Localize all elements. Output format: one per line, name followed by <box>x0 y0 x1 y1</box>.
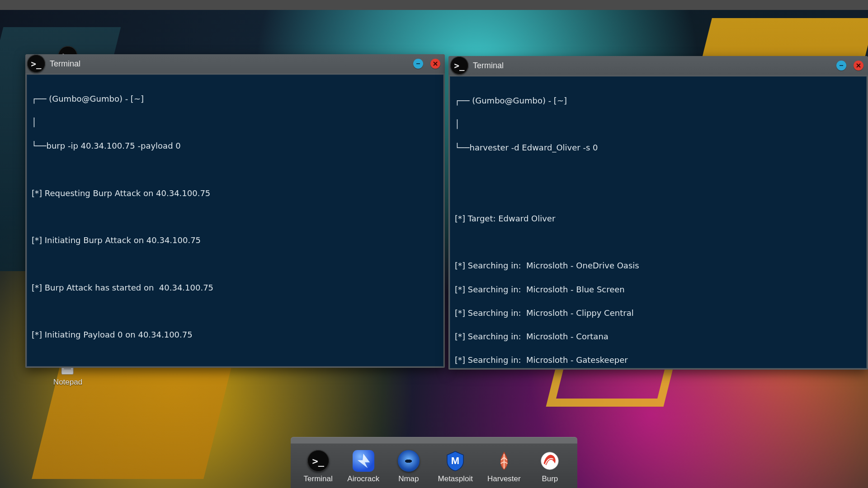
nmap-icon <box>398 450 420 472</box>
terminal-window-right[interactable]: >_ Terminal ┌── (Gumbo@Gumbo) - [~] │ └─… <box>448 56 868 370</box>
window-title: Terminal <box>50 59 80 69</box>
dock-item-label: Metasploit <box>438 474 473 483</box>
prompt-line: │ <box>455 118 862 130</box>
prompt-line: │ <box>32 117 439 128</box>
titlebar[interactable]: >_ Terminal <box>448 56 868 75</box>
dock-item-terminal[interactable]: >_ Terminal <box>303 450 333 483</box>
terminal-output[interactable]: ┌── (Gumbo@Gumbo) - [~] │ └──burp -ip 40… <box>27 75 443 366</box>
close-button[interactable] <box>854 61 863 70</box>
svg-point-11 <box>541 452 558 469</box>
dock-handle[interactable] <box>291 437 577 443</box>
top-menu-bar[interactable] <box>0 0 868 10</box>
prompt-command: └──harvester -d Edward_Oliver -s 0 <box>455 142 862 154</box>
dock-item-label: Burp <box>542 474 558 483</box>
terminal-icon: >_ <box>307 450 329 472</box>
output-line: [*] Searching in: Microsloth - Gateskeep… <box>455 354 862 366</box>
dock-item-harvester[interactable]: Harvester <box>487 450 521 483</box>
metasploit-icon: M <box>444 450 466 472</box>
harvester-icon <box>493 450 515 472</box>
terminal-icon: >_ <box>450 56 468 75</box>
minimize-button[interactable] <box>413 59 423 69</box>
dock-item-label: Nmap <box>398 474 419 483</box>
terminal-output[interactable]: ┌── (Gumbo@Gumbo) - [~] │ └──harvester -… <box>450 76 867 368</box>
output-line: [*] Searching in: Microsloth - OneDrive … <box>455 260 862 272</box>
prompt-line: ┌── (Gumbo@Gumbo) - [~] <box>455 95 862 107</box>
dock-item-label: Airocrack <box>347 474 379 483</box>
output-line: [*] Requesting Burp Attack on 40.34.100.… <box>32 188 439 199</box>
dock-item-label: Harvester <box>487 474 521 483</box>
minimize-button[interactable] <box>836 61 846 70</box>
output-line: [*] Searching in: Microsloth - Blue Scre… <box>455 284 862 296</box>
output-line: [*] Initiating Burp Attack on 40.34.100.… <box>32 235 439 246</box>
prompt-command: └──burp -ip 40.34.100.75 -payload 0 <box>32 140 439 152</box>
dock-item-nmap[interactable]: Nmap <box>394 450 423 483</box>
output-line: [*] Searching in: Microsloth - Cortana <box>455 331 862 343</box>
dock-item-metasploit[interactable]: M Metasploit <box>438 450 473 483</box>
dock-item-airocrack[interactable]: Airocrack <box>347 450 379 483</box>
prompt-line: ┌── (Gumbo@Gumbo) - [~] <box>32 93 439 105</box>
close-button[interactable] <box>430 59 440 69</box>
burp-icon <box>539 450 561 472</box>
window-title: Terminal <box>473 61 504 70</box>
dock-item-burp[interactable]: Burp <box>535 450 565 483</box>
output-line: [*] Burp Attack has started on 40.34.100… <box>32 282 439 294</box>
terminal-window-left[interactable]: >_ Terminal ┌── (Gumbo@Gumbo) - [~] │ └─… <box>25 54 445 368</box>
titlebar[interactable]: >_ Terminal <box>25 54 445 73</box>
svg-text:M: M <box>451 455 459 466</box>
airocrack-icon <box>353 450 374 472</box>
desktop-icon-label: Notepad <box>41 378 95 387</box>
dock[interactable]: >_ Terminal Airocrack Nmap M Metasploit … <box>291 437 577 488</box>
output-line: [*] Target: Edward Oliver <box>455 213 862 225</box>
output-line: [*] Initiating Payload 0 on 40.34.100.75 <box>32 329 439 341</box>
dock-item-label: Terminal <box>304 474 333 483</box>
terminal-icon: >_ <box>27 55 45 73</box>
output-line: [*] Searching in: Microsloth - Clippy Ce… <box>455 307 862 319</box>
